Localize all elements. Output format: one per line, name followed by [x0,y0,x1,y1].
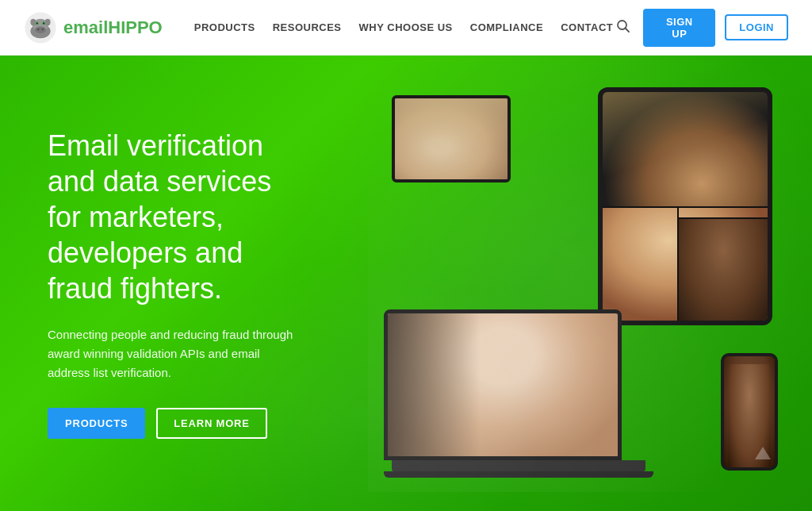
hero-buttons: PRODUCTS LEARN MORE [48,408,293,439]
hero-devices [368,79,788,492]
svg-point-4 [37,28,40,30]
svg-point-8 [36,22,38,24]
svg-line-13 [626,28,630,32]
device-tablet [598,87,780,333]
svg-point-3 [35,26,46,33]
logo-prefix: email [63,17,108,37]
hero-content: Email verification and data services for… [0,128,341,439]
device-laptop [384,309,653,484]
logo-suffix: HIPPO [108,17,162,37]
nav-resources[interactable]: RESOURCES [273,21,342,33]
main-nav: PRODUCTS RESOURCES WHY CHOOSE US COMPLIA… [194,21,614,33]
hero-subtext: Connecting people and reducing fraud thr… [48,325,293,382]
hero-section: Email verification and data services for… [0,56,812,511]
nav-products[interactable]: PRODUCTS [194,21,255,33]
svg-point-10 [30,18,36,25]
logo[interactable]: emailHIPPO [24,11,163,44]
signup-button[interactable]: SIGN UP [643,9,715,47]
header: emailHIPPO PRODUCTS RESOURCES WHY CHOOSE… [0,0,812,56]
nav-contact[interactable]: CONTACT [561,21,613,33]
search-icon [616,19,630,33]
hippo-icon [24,11,57,44]
nav-compliance[interactable]: COMPLIANCE [470,21,543,33]
svg-point-11 [45,18,51,25]
device-phone [721,353,784,476]
svg-point-9 [43,22,44,24]
nav-why-choose-us[interactable]: WHY CHOOSE US [359,21,453,33]
search-button[interactable] [613,16,634,40]
hero-headline: Email verification and data services for… [48,128,293,306]
device-small-tablet [392,95,515,186]
logo-text: emailHIPPO [63,17,163,38]
login-button[interactable]: LOGIN [725,14,788,40]
nav-right: SIGN UP LOGIN [613,9,788,47]
hero-products-button[interactable]: PRODUCTS [48,408,145,439]
svg-point-5 [41,28,44,30]
hero-learn-button[interactable]: LEARN MORE [156,408,266,439]
